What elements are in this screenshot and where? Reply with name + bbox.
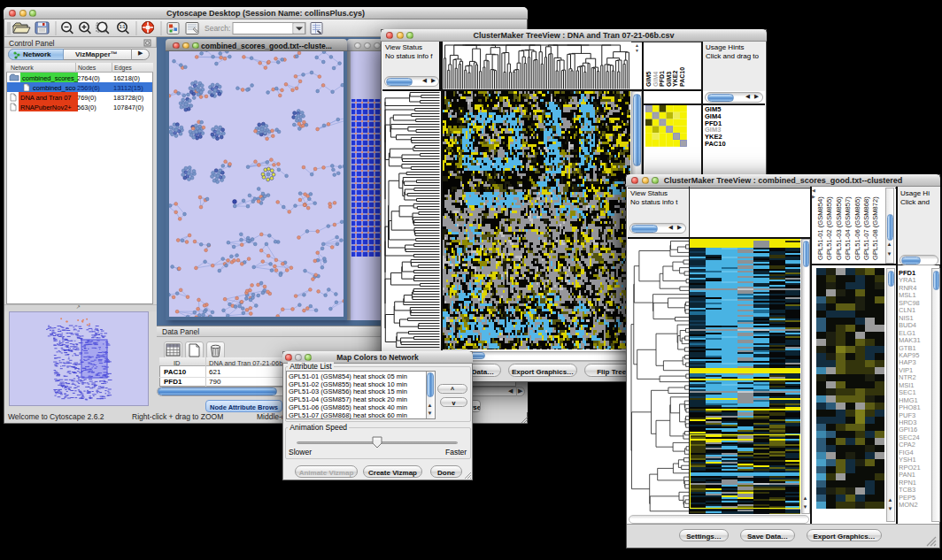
svg-text:PAC10: PAC10 (679, 67, 685, 87)
svg-text:GPL51-03 (GSM856): GPL51-03 (GSM856) (835, 196, 843, 260)
svg-text:GPL51-08 (GSM872): GPL51-08 (GSM872) (871, 196, 879, 260)
svg-text:GIM5: GIM5 (645, 72, 652, 87)
svg-text:GPL51-01 (GSM854): GPL51-01 (GSM854) (816, 196, 824, 260)
svg-text:GPL51-02 (GSM855): GPL51-02 (GSM855) (825, 196, 833, 260)
svg-text:PFD1: PFD1 (659, 71, 665, 87)
svg-text:Search:: Search: (205, 24, 230, 33)
svg-text:GPL51-04 (GSM857): GPL51-04 (GSM857) (844, 196, 852, 260)
svg-text:GPL51-07 (GSM868): GPL51-07 (GSM868) (862, 196, 870, 260)
svg-text:1:1: 1:1 (120, 25, 126, 29)
svg-text:GIM4: GIM4 (652, 72, 659, 87)
svg-text:YKE2: YKE2 (672, 71, 678, 87)
svg-text:GPL51-06 (GSM865): GPL51-06 (GSM865) (853, 196, 861, 260)
svg-text:GIM3: GIM3 (666, 72, 672, 87)
